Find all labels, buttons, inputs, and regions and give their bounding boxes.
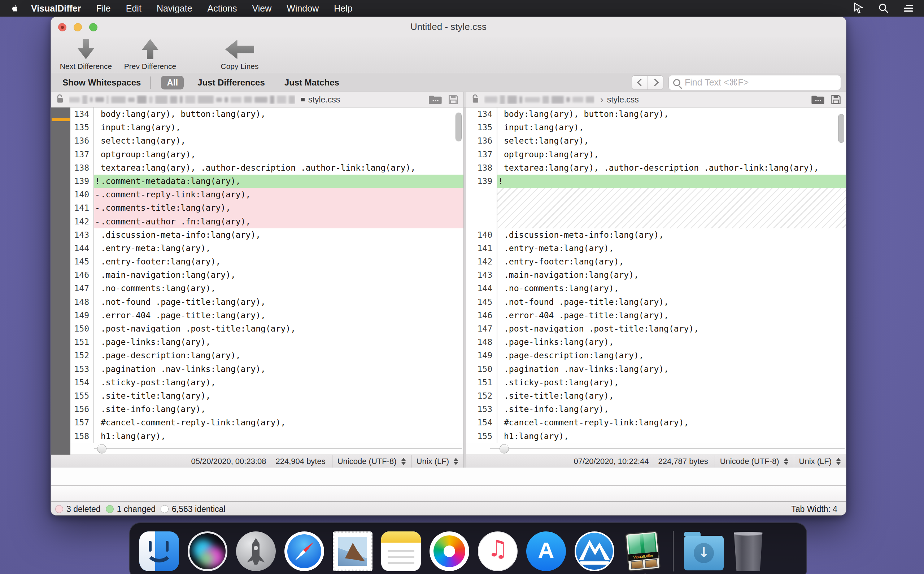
right-horizontal-scrollbar[interactable] <box>466 443 846 454</box>
minimize-button[interactable] <box>74 23 82 32</box>
arrow-up-icon <box>142 39 158 59</box>
copy-lines-button[interactable]: Copy Lines <box>205 39 274 71</box>
code-line: 149.error-404 .page-title:lang(ary), <box>51 309 463 322</box>
diff-overview-strip[interactable] <box>51 107 70 454</box>
left-reveal-folder-button[interactable] <box>427 93 443 106</box>
code-line: 135input:lang(ary), <box>51 121 463 134</box>
find-text-input[interactable] <box>685 77 836 88</box>
right-vertical-scrollbar-thumb[interactable] <box>838 114 844 143</box>
redacted-path <box>484 95 594 104</box>
code-line: 141-.comments-title:lang(ary), <box>51 201 463 214</box>
redacted-path-segment <box>149 96 153 103</box>
photos-icon[interactable] <box>430 531 469 571</box>
menu-window[interactable]: Window <box>287 3 319 14</box>
redacted-path-segment <box>231 97 242 103</box>
redacted-path-segment <box>82 95 87 104</box>
show-whitespaces-button[interactable]: Show Whitespaces <box>62 77 141 88</box>
apple-menu-icon[interactable] <box>11 4 19 13</box>
path-bar-divider <box>463 92 466 107</box>
prev-difference-button[interactable]: Prev Difference <box>120 39 181 71</box>
diff-gap-region <box>466 188 846 229</box>
find-text-field[interactable] <box>668 75 841 90</box>
siri-icon[interactable] <box>188 531 227 571</box>
redacted-path-segment <box>216 98 222 102</box>
code-line: 152.page-description:lang(ary), <box>51 349 463 362</box>
arrow-down-icon <box>77 39 94 59</box>
menu-view[interactable]: View <box>252 3 272 14</box>
left-save-button[interactable] <box>445 93 461 106</box>
left-pane-status-bar: 05/20/2020, 00:23:08 224,904 bytes Unico… <box>51 454 463 468</box>
spotlight-search-icon[interactable] <box>878 3 889 14</box>
code-line: 134body:lang(ary), button:lang(ary), <box>51 107 463 121</box>
docs-mountains-icon[interactable] <box>575 531 614 571</box>
title-bar[interactable]: Untitled - style.css <box>51 17 846 37</box>
menu-actions[interactable]: Actions <box>207 3 237 14</box>
menu-edit[interactable]: Edit <box>126 3 142 14</box>
visualdiffer-icon[interactable]: VisualDiffer <box>621 530 664 572</box>
mail-icon[interactable] <box>333 531 373 571</box>
code-line: 155h1:lang(ary), <box>466 430 846 443</box>
app-store-icon[interactable] <box>526 531 566 571</box>
right-reveal-folder-button[interactable] <box>810 93 826 106</box>
right-encoding-select[interactable]: Unicode (UTF-8) <box>715 457 794 466</box>
filter-just-differences-button[interactable]: Just Differences <box>192 76 271 90</box>
diff-overview-marker[interactable] <box>52 118 69 121</box>
dock: VisualDiffer <box>129 522 807 574</box>
right-line-ending-select[interactable]: Unix (LF) <box>794 457 846 466</box>
code-line: 144.no-comments:lang(ary), <box>466 282 846 295</box>
menu-file[interactable]: File <box>96 3 111 14</box>
left-vertical-scrollbar-thumb[interactable] <box>455 113 462 142</box>
arrow-left-icon <box>225 40 254 59</box>
downloads-icon[interactable] <box>684 536 724 570</box>
right-code-view[interactable]: 134body:lang(ary), button:lang(ary),135i… <box>466 107 846 443</box>
menu-help[interactable]: Help <box>334 3 352 14</box>
filter-all-button[interactable]: All <box>161 76 184 90</box>
find-next-button[interactable] <box>648 76 663 90</box>
redacted-path-segment <box>95 97 104 102</box>
left-horizontal-scrollbar-thumb[interactable] <box>97 444 106 454</box>
pane-divider[interactable] <box>463 107 466 468</box>
safari-icon[interactable] <box>284 531 324 571</box>
finder-icon[interactable] <box>139 531 179 571</box>
code-line: 150.pagination .nav-links:lang(ary), <box>466 363 846 376</box>
visualdiffer-window: Untitled - style.css Next Difference Pre… <box>51 17 847 516</box>
close-button[interactable] <box>58 23 66 32</box>
find-previous-button[interactable] <box>632 76 648 90</box>
filter-just-matches-button[interactable]: Just Matches <box>279 76 345 90</box>
redacted-path-segment <box>155 96 167 104</box>
notes-icon[interactable] <box>381 531 421 571</box>
unlock-icon[interactable] <box>56 94 65 106</box>
redacted-path-segment <box>551 96 564 104</box>
redacted-path-segment <box>128 98 134 102</box>
app-menu-title[interactable]: VisualDiffer <box>31 3 81 14</box>
music-icon[interactable] <box>478 531 518 571</box>
redacted-path-segment <box>106 96 109 104</box>
updown-chevron-icon <box>783 457 789 466</box>
next-difference-button[interactable]: Next Difference <box>55 39 117 71</box>
search-icon <box>673 79 680 86</box>
menu-navigate[interactable]: Navigate <box>156 3 193 14</box>
unlock-icon[interactable] <box>471 94 480 106</box>
zoom-button[interactable] <box>89 23 98 32</box>
launchpad-icon[interactable] <box>236 531 276 571</box>
left-code-view[interactable]: 134body:lang(ary), button:lang(ary),135i… <box>51 107 463 443</box>
redacted-path-segment <box>277 96 286 104</box>
redacted-path-segment <box>270 96 274 104</box>
changed-count: 1 changed <box>106 505 156 514</box>
code-line: 138textarea:lang(ary), .author-descripti… <box>51 161 463 175</box>
code-line: 148.not-found .page-title:lang(ary), <box>51 295 463 309</box>
right-file-size: 224,787 bytes <box>659 457 708 466</box>
left-horizontal-scrollbar[interactable] <box>51 443 463 454</box>
window-title: Untitled - style.css <box>51 17 846 37</box>
left-encoding-select[interactable]: Unicode (UTF-8) <box>332 457 411 466</box>
trash-icon[interactable] <box>732 531 764 571</box>
redacted-path-segment <box>507 96 517 104</box>
list-icon[interactable] <box>902 3 915 14</box>
code-line: 143.discussion-meta-info:lang(ary), <box>51 229 463 242</box>
right-file-modified-date: 07/20/2020, 10:22:44 <box>574 457 649 466</box>
right-save-button[interactable] <box>828 93 844 106</box>
find-nav-buttons <box>632 76 663 90</box>
left-line-ending-select[interactable]: Unix (LF) <box>411 457 463 466</box>
right-horizontal-scrollbar-thumb[interactable] <box>499 444 509 454</box>
cursor-icon[interactable] <box>853 2 865 14</box>
